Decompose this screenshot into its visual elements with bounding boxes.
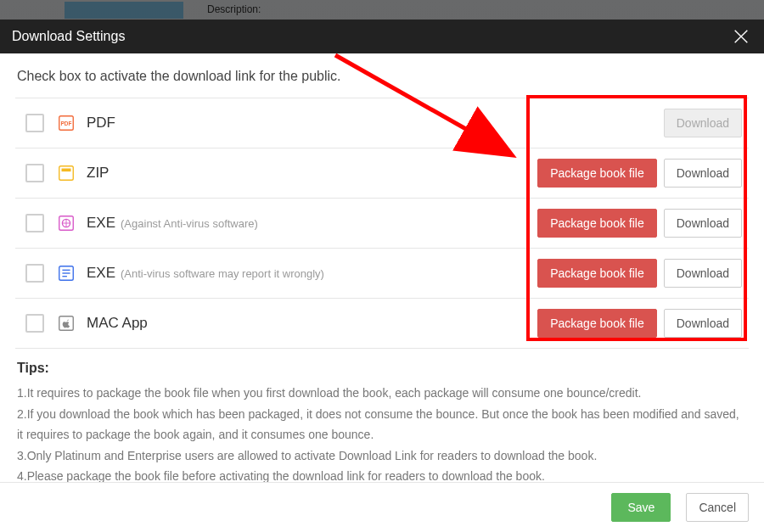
option-row-mac: MAC App Package book file Download [15, 299, 749, 349]
download-button-exe-may-flag[interactable]: Download [664, 259, 742, 288]
dialog-footer: Save Cancel [0, 482, 764, 532]
option-row-pdf: PDF PDF Download [15, 98, 749, 148]
dialog-header: Download Settings [0, 20, 764, 53]
tips-list: 1.It requires to package the book file w… [17, 383, 747, 482]
option-label-text: MAC App [87, 315, 148, 332]
option-label-text: PDF [87, 115, 115, 132]
checkbox-mac[interactable] [25, 314, 44, 333]
tip-item: 3.Only Platinum and Enterprise users are… [17, 445, 747, 467]
svg-rect-3 [62, 169, 71, 172]
exe-icon [56, 213, 76, 233]
checkbox-pdf[interactable] [25, 114, 44, 132]
save-button[interactable]: Save [611, 493, 671, 522]
tips-heading: Tips: [17, 361, 749, 376]
exe-doc-icon [56, 263, 76, 283]
option-row-exe-against-av: EXE (Against Anti-virus software) Packag… [15, 199, 749, 249]
package-button-exe-may-flag[interactable]: Package book file [537, 259, 657, 288]
package-button-mac[interactable]: Package book file [537, 309, 657, 338]
download-button-exe-against-av[interactable]: Download [664, 209, 742, 238]
option-label: EXE (Anti-virus software may report it w… [87, 265, 324, 282]
option-row-exe-may-flag: EXE (Anti-virus software may report it w… [15, 249, 749, 299]
option-sub-text: (Anti-virus software may report it wrong… [121, 267, 324, 280]
option-row-zip: ZIP Package book file Download [15, 148, 749, 199]
svg-text:PDF: PDF [61, 120, 72, 126]
zip-icon [56, 163, 76, 183]
dialog-body: Check box to activate the download link … [0, 53, 764, 482]
svg-rect-2 [59, 166, 74, 181]
option-label: PDF [87, 115, 115, 132]
close-button[interactable] [730, 25, 752, 48]
package-button-zip[interactable]: Package book file [537, 159, 657, 188]
close-icon [732, 27, 750, 46]
option-label: MAC App [87, 315, 148, 332]
tip-item: 2.If you download the book which has bee… [17, 404, 747, 445]
checkbox-exe-may-flag[interactable] [25, 264, 44, 283]
option-label-text: EXE [87, 265, 115, 282]
option-sub-text: (Against Anti-virus software) [121, 217, 258, 230]
instruction-text: Check box to activate the download link … [17, 69, 749, 84]
dialog-title: Download Settings [12, 29, 125, 44]
tip-item: 1.It requires to package the book file w… [17, 383, 747, 404]
option-label-text: ZIP [87, 165, 109, 182]
download-button-pdf[interactable]: Download [664, 109, 742, 137]
download-button-zip[interactable]: Download [664, 159, 742, 188]
checkbox-zip[interactable] [25, 164, 44, 182]
cancel-button[interactable]: Cancel [686, 493, 749, 522]
apple-icon [56, 313, 76, 333]
download-button-mac[interactable]: Download [664, 309, 742, 338]
checkbox-exe-against-av[interactable] [25, 214, 44, 232]
download-options-list: PDF PDF Download ZIP Package book file [15, 98, 749, 349]
option-label: ZIP [87, 165, 109, 182]
download-settings-dialog: Download Settings Check box to activate … [0, 20, 764, 532]
option-label-text: EXE [87, 215, 115, 232]
package-button-exe-against-av[interactable]: Package book file [537, 209, 657, 238]
option-label: EXE (Against Anti-virus software) [87, 215, 258, 232]
pdf-icon: PDF [56, 113, 76, 133]
tip-item: 4.Please package the book file before ac… [17, 466, 747, 482]
